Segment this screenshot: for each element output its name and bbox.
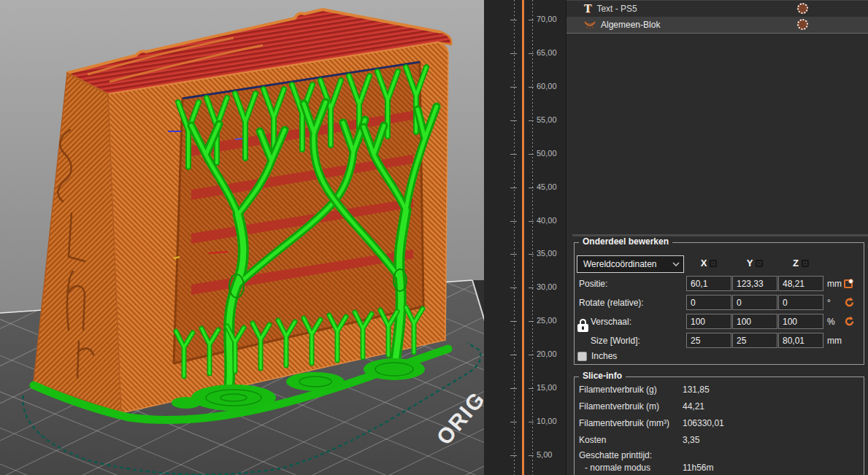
ruler-major-tick (529, 87, 534, 88)
ruler-tick-label: 35,00 (537, 249, 557, 258)
ruler-major-tick (510, 87, 517, 88)
reset-rotation-icon[interactable] (844, 297, 855, 311)
layer-range-indicator[interactable] (522, 0, 524, 475)
groupbox-title: Onderdeel bewerken (579, 236, 672, 247)
rotate-z-input[interactable] (778, 295, 823, 310)
row-label: Positie: (579, 276, 607, 292)
ruler-major-tick (529, 254, 534, 255)
axis-pivot-icon[interactable] (756, 260, 763, 267)
slicer-app: { "object_list": { "items": [ { "label":… (0, 0, 868, 475)
scene-canvas: ORIG (0, 0, 484, 475)
unit-label: mm (827, 333, 842, 349)
ruler-major-tick (510, 20, 517, 20)
right-panel: T Text - PS5 Algemeen-Blok Onderdeel bew… (566, 0, 868, 475)
rotate-row: Rotate (relative): ° (575, 295, 864, 311)
print-time-row: - stille modus 12h5m (575, 472, 864, 475)
ruler-major-tick (510, 422, 517, 422)
ruler-major-tick (510, 188, 517, 188)
ruler-tick-label: 20,00 (537, 350, 557, 358)
ruler-major-tick (510, 287, 517, 288)
chevron-down-icon (672, 261, 680, 267)
slice-info-row: Filamentverbruik (m) 44,21 (575, 398, 864, 414)
ruler-tick-label: 40,00 (537, 216, 557, 225)
unit-label: % (827, 314, 835, 330)
object-label: Text - PS5 (596, 4, 637, 14)
position-y-input[interactable] (732, 276, 777, 291)
axis-pivot-icon[interactable] (802, 260, 809, 267)
size-row: Size [World]: mm (575, 333, 864, 349)
reset-scale-icon[interactable] (844, 316, 855, 330)
row-label: Size [World]: (591, 333, 640, 349)
axis-pivot-icon[interactable] (710, 260, 717, 267)
size-z-input[interactable] (778, 333, 823, 348)
ruler-major-tick (510, 455, 517, 456)
ruler-major-tick (529, 355, 534, 355)
ruler-major-tick (510, 321, 517, 322)
size-x-input[interactable] (686, 333, 731, 348)
3d-viewport[interactable]: ORIG (0, 0, 484, 475)
ruler-major-tick (529, 20, 534, 20)
axis-header-z: Z (778, 258, 823, 269)
ruler-tick-label: 60,00 (537, 82, 557, 90)
ruler-major-tick (510, 221, 517, 222)
edit-part-groupbox: Onderdeel bewerken Wereldcoördinaten X Y… (574, 242, 864, 365)
ruler-tick-label: 65,00 (537, 48, 557, 57)
ruler-major-tick (510, 120, 517, 121)
coordinate-system-dropdown[interactable]: Wereldcoördinaten (577, 255, 684, 273)
row-label: Rotate (relative): (579, 295, 644, 311)
inches-label: Inches (591, 351, 617, 361)
position-z-input[interactable] (778, 276, 823, 291)
ruler-tick-label: 50,00 (537, 149, 557, 158)
ruler-tick-label: 70,00 (537, 15, 557, 23)
scale-row: Verschaal: % (575, 314, 864, 330)
scale-x-input[interactable] (686, 314, 731, 329)
position-row: Positie: mm (575, 276, 864, 292)
slice-info-row: Filamentverbruik (mm³) 106330,01 (575, 415, 864, 431)
ruler-major-tick (510, 388, 517, 389)
scale-z-input[interactable] (778, 314, 823, 329)
z-ruler[interactable]: 70,0065,0060,0055,0050,0045,0040,0035,00… (484, 0, 566, 475)
ruler-tick-label: 55,00 (537, 115, 557, 124)
ruler-major-tick (510, 355, 517, 355)
ruler-major-tick (529, 53, 534, 54)
rotate-x-input[interactable] (686, 295, 731, 310)
ruler-major-tick (529, 422, 534, 422)
place-on-bed-icon[interactable] (844, 278, 853, 291)
uniform-scale-lock-icon[interactable] (577, 319, 588, 333)
object-settings-gear-icon[interactable] (797, 3, 808, 14)
inches-checkbox[interactable] (577, 352, 587, 361)
slice-info-row: Filamentverbruik (g) 131,85 (575, 382, 864, 398)
object-settings-gear-icon[interactable] (797, 19, 808, 30)
mesh-object-icon (584, 20, 596, 30)
size-y-input[interactable] (732, 333, 777, 348)
inches-checkbox-row[interactable]: Inches (577, 351, 617, 361)
slice-info-groupbox: Slice-info Filamentverbruik (g) 131,85 F… (574, 376, 864, 475)
unit-label: ° (827, 295, 831, 311)
ruler-major-tick (529, 321, 534, 322)
groupbox-title: Slice-info (579, 371, 626, 381)
ruler-tick-label: 45,00 (537, 182, 557, 191)
ruler-major-tick (510, 254, 517, 255)
ruler-tick-label: 25,00 (537, 316, 557, 325)
ruler-tick-label: 10,00 (537, 417, 557, 425)
text-object-icon: T (584, 4, 591, 14)
rotate-y-input[interactable] (732, 295, 777, 310)
dropdown-value: Wereldcoördinaten (577, 256, 683, 272)
ruler-major-tick (529, 287, 534, 288)
ruler-tick-label: 15,00 (537, 383, 557, 392)
unit-label: mm (827, 276, 842, 292)
object-list-item-text[interactable]: T Text - PS5 (566, 0, 868, 17)
position-x-input[interactable] (686, 276, 731, 291)
ruler-major-tick (529, 455, 534, 456)
slice-info-row: Kosten 3,35 (575, 432, 864, 448)
object-label: Algemeen-Blok (601, 20, 660, 30)
object-list-item-block[interactable]: Algemeen-Blok (566, 17, 868, 34)
ruler-minor-ticks-right (532, 0, 533, 475)
ruler-major-tick (510, 154, 517, 155)
ruler-major-tick (529, 188, 534, 188)
axis-header-x: X (686, 258, 731, 269)
scale-y-input[interactable] (732, 314, 777, 329)
ruler-major-tick (529, 221, 534, 222)
ruler-major-tick (529, 388, 534, 389)
axis-header-y: Y (732, 258, 777, 269)
